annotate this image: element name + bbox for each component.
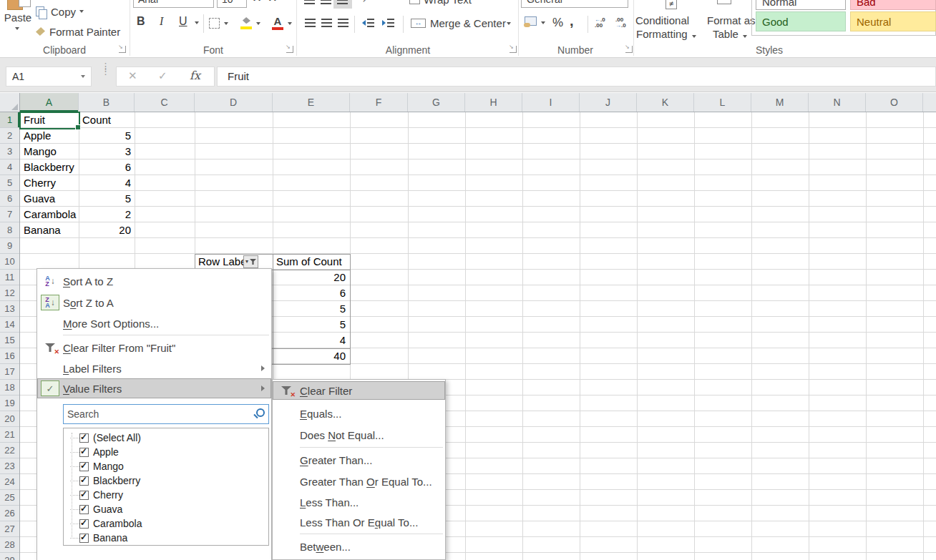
clipboard-dialog-launcher-icon[interactable] — [119, 46, 126, 53]
cell[interactable]: 6 — [79, 159, 135, 175]
cell-A1[interactable]: Fruit — [20, 112, 79, 128]
filter-list-item[interactable]: Guava — [64, 502, 268, 516]
cell[interactable]: 4 — [79, 175, 135, 191]
pivot-grand-total-cell[interactable]: 40 — [273, 348, 350, 364]
pivot-value-cell[interactable]: 4 — [273, 333, 350, 348]
row-header[interactable]: 14 — [0, 317, 19, 333]
cell[interactable]: 3 — [79, 144, 135, 159]
col-header-B[interactable]: B — [79, 93, 135, 112]
merge-center-button[interactable]: Merge & Center — [430, 17, 506, 29]
percent-style-button[interactable]: % — [552, 16, 563, 30]
row-header[interactable]: 7 — [0, 207, 19, 222]
pivot-value-cell[interactable]: 5 — [273, 301, 350, 317]
font-dialog-launcher-icon[interactable] — [286, 46, 293, 53]
align-right-icon[interactable] — [338, 19, 348, 27]
cell[interactable]: 5 — [79, 128, 135, 144]
checkbox-checked-icon[interactable] — [79, 534, 89, 543]
filter-checkbox-list[interactable]: (Select All) Apple Mango Blackberry Cher… — [63, 428, 269, 546]
pivot-value-cell[interactable]: 6 — [273, 285, 350, 301]
col-header-K[interactable]: K — [637, 93, 694, 112]
pivot-filter-button[interactable]: ▾ — [243, 255, 258, 268]
submenu-item-less-than-or-equal[interactable]: Less Than Or Equal To... — [273, 512, 445, 532]
row-header[interactable]: 29 — [0, 553, 19, 560]
cell[interactable]: Blackberry — [20, 159, 79, 175]
cell[interactable]: 5 — [79, 191, 135, 207]
paste-button[interactable]: Paste — [1, 0, 34, 40]
align-center-icon[interactable] — [321, 19, 332, 27]
cell[interactable]: Guava — [20, 191, 79, 207]
filter-list-item[interactable]: (Select All) — [64, 431, 268, 445]
submenu-item-greater-than-or-equal[interactable]: Greater Than Or Equal To... — [273, 471, 445, 492]
row-header[interactable]: 23 — [0, 458, 19, 474]
borders-dropdown-icon[interactable] — [224, 22, 228, 25]
row-header[interactable]: 20 — [0, 411, 19, 427]
accounting-format-icon[interactable] — [525, 16, 537, 26]
top-align-icon[interactable] — [304, 0, 315, 4]
row-header[interactable]: 26 — [0, 506, 19, 521]
bottom-align-icon[interactable] — [337, 0, 348, 4]
pivot-value-cell[interactable]: 5 — [273, 317, 350, 333]
col-header-G[interactable]: G — [408, 93, 465, 112]
menu-item-label-filters[interactable]: Label Filters — [37, 358, 271, 378]
submenu-item-equals[interactable]: Equals... — [273, 403, 445, 424]
filter-list-item[interactable]: Apple — [64, 445, 268, 459]
bold-button[interactable]: B — [137, 15, 148, 28]
row-header[interactable]: 28 — [0, 537, 19, 553]
row-header[interactable]: 8 — [0, 222, 19, 238]
font-color-button[interactable]: A — [272, 15, 283, 30]
wrap-text-icon[interactable] — [409, 0, 420, 4]
paste-dropdown-icon[interactable] — [15, 27, 19, 30]
insert-function-icon[interactable]: fx — [190, 69, 200, 82]
row-header[interactable]: 1 — [0, 112, 19, 128]
name-box-dropdown-icon[interactable] — [81, 75, 85, 78]
row-header[interactable]: 27 — [0, 521, 19, 537]
style-bad[interactable]: Bad — [850, 0, 936, 10]
cell[interactable]: 20 — [79, 222, 135, 238]
row-header[interactable]: 4 — [0, 159, 19, 175]
menu-item-clear-filter-from-fruit[interactable]: Clear Filter From "Fruit" — [37, 337, 271, 358]
cell[interactable]: Apple — [20, 128, 79, 144]
middle-align-icon[interactable] — [321, 0, 331, 4]
row-header[interactable]: 15 — [0, 333, 19, 348]
row-header[interactable]: 3 — [0, 144, 19, 159]
format-painter-button[interactable]: Format Painter — [36, 23, 120, 40]
row-header[interactable]: 5 — [0, 175, 19, 191]
increase-decimal-icon[interactable]: ←.0.00 — [595, 17, 605, 29]
underline-dropdown-icon[interactable] — [195, 21, 199, 24]
grow-font-icon[interactable]: A˄ A˅ — [253, 0, 282, 3]
underline-button[interactable]: U — [179, 15, 189, 28]
menu-item-more-sort-options[interactable]: More Sort Options... — [37, 313, 271, 333]
col-header-A[interactable]: A — [20, 93, 79, 112]
copy-dropdown-icon[interactable] — [79, 10, 84, 13]
style-normal[interactable]: Normal — [756, 0, 846, 10]
number-format-combo[interactable]: General — [521, 0, 628, 8]
row-header[interactable]: 6 — [0, 191, 19, 207]
row-header[interactable]: 2 — [0, 128, 19, 144]
menu-item-sort-z-to-a[interactable]: ZA↓ Sort Z to A — [37, 292, 271, 313]
row-header[interactable]: 13 — [0, 301, 19, 317]
cell-B1[interactable]: Count — [79, 112, 135, 128]
filter-list-item[interactable]: Blackberry — [64, 473, 268, 488]
format-as-table-button[interactable]: Format as — [707, 14, 756, 26]
col-header-J[interactable]: J — [580, 93, 637, 112]
menu-item-sort-a-to-z[interactable]: AZ↓ Sort A to Z — [37, 270, 271, 292]
col-header-D[interactable]: D — [195, 93, 273, 112]
comma-style-button[interactable]: , — [570, 13, 574, 29]
row-header[interactable]: 24 — [0, 474, 19, 490]
pivot-value-header[interactable]: Sum of Count — [273, 254, 350, 270]
cell[interactable]: Carambola — [20, 207, 79, 222]
row-header[interactable]: 10 — [0, 254, 19, 270]
cell[interactable]: Banana — [20, 222, 79, 238]
submenu-item-greater-than[interactable]: Greater Than... — [273, 449, 445, 471]
row-header[interactable]: 19 — [0, 396, 19, 411]
format-as-table-line2[interactable]: Table — [713, 28, 747, 40]
row-header[interactable]: 25 — [0, 490, 19, 506]
search-input[interactable] — [64, 408, 252, 421]
style-good[interactable]: Good — [756, 11, 846, 31]
filter-search-box[interactable] — [63, 404, 269, 424]
checkbox-checked-icon[interactable] — [79, 519, 89, 529]
row-header[interactable]: 12 — [0, 285, 19, 301]
accounting-dropdown-icon[interactable] — [541, 21, 545, 24]
select-all-corner[interactable] — [0, 93, 20, 112]
submenu-item-clear-filter[interactable]: Clear Filter — [273, 381, 445, 400]
